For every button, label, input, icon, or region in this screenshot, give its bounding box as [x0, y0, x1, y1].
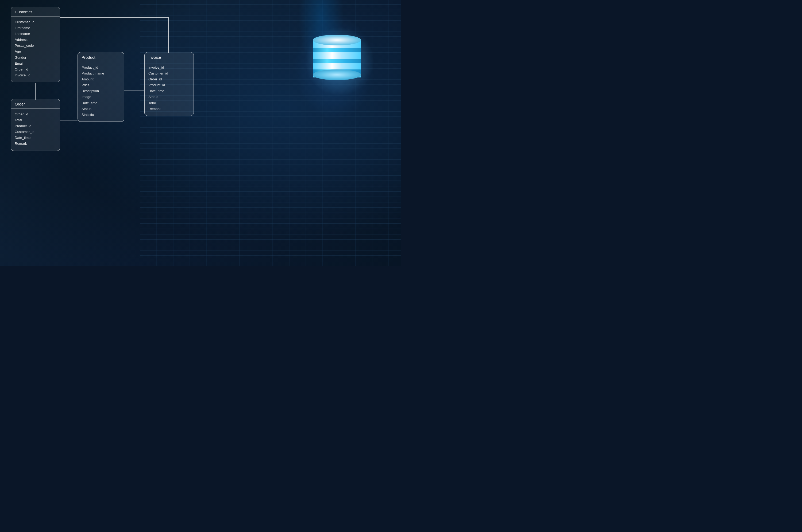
- product-field-5: Image: [81, 94, 120, 100]
- order-field-1: Total: [15, 117, 56, 123]
- db-icon-cylinder: [310, 32, 364, 80]
- product-table-title: Product: [78, 52, 124, 62]
- order-field-4: Date_time: [15, 135, 56, 141]
- database-icon: [310, 32, 369, 91]
- product-field-3: Price: [81, 82, 120, 88]
- invoice-field-1: Customer_id: [148, 71, 190, 76]
- order-field-2: Product_id: [15, 123, 56, 129]
- invoice-table-title: Invoice: [145, 52, 194, 62]
- order-field-0: Order_id: [15, 111, 56, 117]
- product-field-7: Status: [81, 106, 120, 112]
- order-table-title: Order: [11, 99, 60, 109]
- product-table-fields: Product_id Product_name Amount Price Des…: [78, 62, 124, 121]
- product-field-4: Description: [81, 88, 120, 94]
- order-table: Order Order_id Total Product_id Customer…: [11, 99, 60, 151]
- diagram-content: Customer Customer_id Firstname Lastname …: [0, 0, 401, 266]
- invoice-field-2: Order_id: [148, 76, 190, 82]
- customer-table-title: Customer: [11, 7, 60, 17]
- db-icon-bottom: [313, 70, 361, 80]
- product-field-2: Amount: [81, 76, 120, 82]
- customer-field-1: Firstname: [15, 25, 56, 31]
- invoice-field-5: Status: [148, 94, 190, 100]
- customer-field-9: Invoice_id: [15, 72, 56, 78]
- invoice-table-fields: Invoice_id Customer_id Order_id Product_…: [145, 62, 194, 116]
- invoice-field-4: Date_time: [148, 88, 190, 94]
- invoice-table: Invoice Invoice_id Customer_id Order_id …: [144, 52, 194, 116]
- customer-field-8: Order_id: [15, 66, 56, 72]
- product-field-0: Product_id: [81, 64, 120, 71]
- customer-field-3: Address: [15, 37, 56, 43]
- customer-field-0: Customer_id: [15, 19, 56, 25]
- customer-field-2: Lastname: [15, 31, 56, 37]
- order-field-5: Remark: [15, 141, 56, 147]
- customer-table-fields: Customer_id Firstname Lastname Address P…: [11, 17, 60, 82]
- product-field-1: Product_name: [81, 71, 120, 76]
- customer-field-5: Age: [15, 49, 56, 55]
- order-table-fields: Order_id Total Product_id Customer_id Da…: [11, 109, 60, 151]
- db-icon-stripe-1: [313, 48, 361, 52]
- customer-field-7: Email: [15, 61, 56, 66]
- invoice-field-0: Invoice_id: [148, 64, 190, 71]
- db-icon-top: [313, 35, 361, 45]
- db-icon-stripe-2: [313, 59, 361, 63]
- product-field-6: Date_time: [81, 100, 120, 106]
- customer-field-6: Gender: [15, 55, 56, 61]
- invoice-field-7: Remark: [148, 106, 190, 112]
- product-field-8: Statistic: [81, 112, 120, 118]
- product-table: Product Product_id Product_name Amount P…: [77, 52, 124, 122]
- customer-field-4: Postal_code: [15, 43, 56, 49]
- invoice-field-6: Total: [148, 100, 190, 106]
- invoice-field-3: Product_id: [148, 82, 190, 88]
- order-field-3: Customer_id: [15, 129, 56, 135]
- customer-table: Customer Customer_id Firstname Lastname …: [11, 7, 60, 82]
